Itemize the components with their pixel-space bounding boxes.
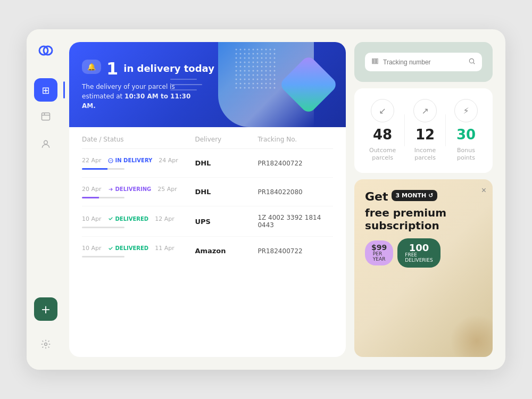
lightning-icon: ⚡ — [463, 106, 469, 116]
col-delivery: Delivery — [195, 136, 257, 143]
stat-divider — [404, 114, 405, 146]
search-button[interactable] — [468, 57, 476, 66]
svg-rect-11 — [376, 59, 377, 63]
bell-icon: 🔔 — [87, 63, 96, 71]
col-date-status: Date / Status — [82, 136, 195, 143]
barcode-icon — [371, 57, 379, 67]
tracking-col: PR182400722 — [257, 160, 333, 167]
date-range: 10 Apr DELIVERED 11 Apr — [82, 244, 195, 252]
stat-outcome: ↙ 48 Outcomeparcels — [369, 99, 396, 162]
arrow-down-left-icon: ↙ — [379, 106, 386, 116]
stat-divider — [445, 114, 446, 146]
search-section — [354, 42, 493, 82]
stats-box: ↙ 48 Outcomeparcels ↗ 12 Incomeparcels — [354, 88, 493, 173]
promo-price-pill: $99 PERYEAR — [365, 240, 393, 265]
sidebar-item-packages[interactable] — [34, 106, 57, 129]
promo-badge: 3 MONTH ↺ — [392, 190, 438, 201]
sidebar-item-profile[interactable] — [34, 134, 57, 157]
col-tracking: Tracking No. — [257, 136, 333, 143]
search-input[interactable] — [383, 59, 464, 66]
arrow-up-right-icon: ↗ — [421, 106, 428, 116]
sidebar: ⊞ + — [27, 29, 65, 370]
status-badge: IN DELIVERY — [105, 156, 156, 164]
delivery-col: Amazon — [195, 247, 257, 255]
svg-rect-2 — [42, 113, 50, 120]
progress-bar — [82, 256, 124, 257]
tracking-col: PR184022080 — [257, 188, 333, 196]
stat-income: ↗ 12 Incomeparcels — [413, 99, 437, 162]
svg-point-13 — [469, 59, 473, 63]
hero-description: The delivery of your parcel is estimated… — [82, 82, 199, 111]
promo-title-get: Get — [365, 190, 388, 203]
add-button[interactable]: + — [34, 297, 57, 321]
packages-icon — [40, 111, 51, 124]
profile-icon — [40, 139, 51, 152]
date-status-col: 20 Apr DELIVERING 25 Apr — [82, 185, 195, 198]
promo-decoration — [450, 314, 493, 357]
stat-outcome-label: Outcomeparcels — [369, 147, 396, 162]
date-range: 10 Apr DELIVERED 12 Apr — [82, 215, 195, 223]
stat-bonus: ⚡ 30 Bonuspoints — [454, 99, 478, 162]
dashboard-icon: ⊞ — [41, 85, 49, 96]
sidebar-item-dashboard[interactable]: ⊞ — [34, 78, 57, 102]
stat-income-value: 12 — [415, 127, 435, 143]
promo-box: × Get 3 MONTH ↺ free premiumsubscription… — [354, 179, 493, 357]
outcome-icon-circle: ↙ — [371, 99, 394, 122]
progress-bar — [82, 227, 124, 228]
app-logo — [37, 42, 54, 61]
svg-rect-6 — [234, 47, 277, 90]
table-row: 20 Apr DELIVERING 25 Apr DHL PR184022080 — [82, 178, 333, 206]
svg-rect-9 — [373, 59, 374, 63]
svg-point-3 — [44, 140, 48, 144]
stat-bonus-label: Bonuspoints — [457, 147, 475, 162]
settings-button[interactable] — [34, 334, 57, 357]
progress-bar — [82, 197, 124, 198]
promo-close-button[interactable]: × — [481, 186, 486, 195]
app-container: ⊞ + — [27, 29, 505, 370]
hero-title: in delivery today — [123, 63, 214, 74]
promo-pills: $99 PERYEAR 100 FREEDELIVERIES — [365, 238, 482, 268]
status-badge: DELIVERING — [105, 185, 155, 193]
date-range: 20 Apr DELIVERING 25 Apr — [82, 185, 195, 193]
stat-outcome-value: 48 — [373, 127, 392, 143]
hero-count: 1 — [106, 59, 118, 79]
svg-rect-10 — [375, 59, 376, 63]
stat-income-label: Incomeparcels — [414, 147, 436, 162]
left-panel: 🔔 1 in delivery today The delivery of yo… — [69, 42, 346, 357]
table-row: 10 Apr DELIVERED 12 Apr UPS 1Z 4002 3392… — [82, 206, 333, 237]
tracking-col: 1Z 4002 3392 1814 0443 — [257, 214, 333, 229]
date-status-col: 10 Apr DELIVERED 11 Apr — [82, 244, 195, 257]
main-content: 🔔 1 in delivery today The delivery of yo… — [65, 29, 505, 370]
right-panel: ↙ 48 Outcomeparcels ↗ 12 Incomeparcels — [354, 42, 493, 357]
delivery-col: DHL — [195, 188, 257, 196]
tracking-col: PR182400722 — [257, 247, 333, 255]
recycle-icon: ↺ — [428, 192, 433, 199]
progress-bar — [82, 168, 124, 170]
plus-icon: + — [41, 303, 51, 316]
date-status-col: 10 Apr DELIVERED 12 Apr — [82, 215, 195, 228]
svg-rect-12 — [377, 59, 378, 63]
table-row: 10 Apr DELIVERED 11 Apr Amazon PR1824007… — [82, 237, 333, 265]
hero-badge: 🔔 — [82, 60, 101, 74]
status-badge: DELIVERED — [105, 215, 152, 223]
date-range: 22 Apr IN DELIVERY 24 Apr — [82, 156, 195, 164]
stat-bonus-value: 30 — [456, 127, 476, 143]
table-section: Date / Status Delivery Tracking No. 22 A… — [69, 127, 346, 357]
svg-rect-8 — [372, 59, 373, 63]
delivery-col: UPS — [195, 218, 257, 226]
settings-icon — [40, 339, 51, 352]
promo-deliveries-pill: 100 FREEDELIVERIES — [397, 238, 440, 268]
promo-title: free premiumsubscription — [365, 206, 482, 232]
search-input-wrap[interactable] — [365, 53, 482, 71]
table-row: 22 Apr IN DELIVERY 24 Apr DHL PR18240072… — [82, 149, 333, 178]
date-status-col: 22 Apr IN DELIVERY 24 Apr — [82, 156, 195, 170]
table-header: Date / Status Delivery Tracking No. — [82, 136, 333, 149]
svg-point-4 — [45, 343, 47, 346]
hero-banner: 🔔 1 in delivery today The delivery of yo… — [69, 42, 346, 127]
status-badge: DELIVERED — [105, 244, 152, 252]
delivery-col: DHL — [195, 159, 257, 167]
income-icon-circle: ↗ — [413, 99, 437, 122]
bonus-icon-circle: ⚡ — [454, 99, 478, 122]
